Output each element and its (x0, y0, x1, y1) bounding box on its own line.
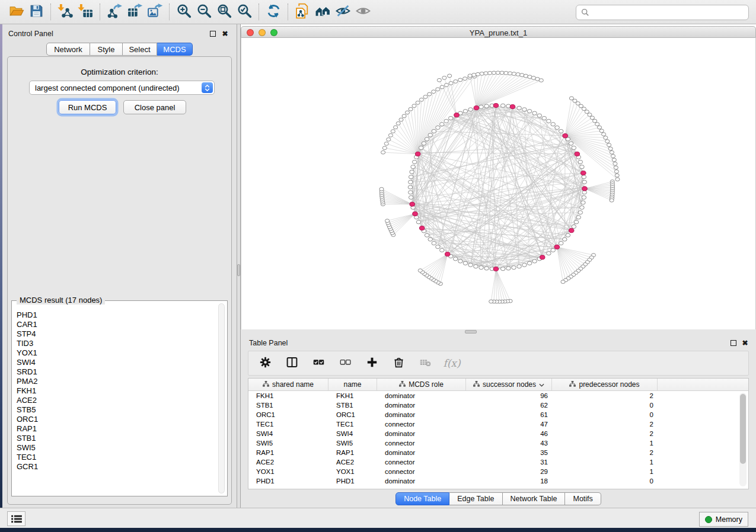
mcds-highlighted-node[interactable] (575, 152, 580, 156)
table-row[interactable]: SWI5SWI5connector431 (248, 438, 748, 448)
network-node[interactable] (522, 263, 527, 267)
network-leaf-node[interactable] (436, 88, 440, 91)
zoom-in-button[interactable] (174, 2, 194, 21)
network-leaf-node[interactable] (419, 98, 423, 101)
tab-network-table[interactable]: Network Table (503, 492, 566, 505)
delete-rows-button[interactable] (391, 356, 406, 370)
mcds-result-item[interactable]: PHD1 (17, 310, 215, 320)
network-node[interactable] (458, 259, 463, 263)
network-leaf-node[interactable] (396, 121, 400, 125)
network-node[interactable] (440, 248, 445, 252)
network-node[interactable] (517, 106, 522, 110)
close-panel-icon[interactable]: ✖ (741, 339, 749, 347)
network-leaf-node[interactable] (613, 162, 617, 166)
mcds-result-item[interactable]: GCR1 (17, 462, 215, 472)
network-node[interactable] (576, 216, 581, 219)
network-leaf-node[interactable] (614, 170, 618, 174)
table-scrollbar[interactable] (739, 393, 747, 486)
network-node[interactable] (432, 129, 436, 133)
network-node[interactable] (578, 160, 583, 164)
network-leaf-node[interactable] (480, 72, 484, 76)
network-node[interactable] (582, 191, 587, 194)
search-box[interactable] (576, 5, 749, 20)
network-node[interactable] (419, 146, 423, 149)
refresh-button[interactable] (263, 2, 283, 21)
network-leaf-node[interactable] (524, 74, 528, 78)
mcds-highlighted-node[interactable] (454, 113, 460, 117)
network-node[interactable] (444, 119, 449, 123)
table-row[interactable]: ACE2ACE2connector311 (248, 457, 748, 467)
save-session-button[interactable] (26, 2, 46, 21)
network-leaf-node[interactable] (602, 133, 606, 136)
select-all-button[interactable] (311, 356, 326, 370)
network-node[interactable] (479, 266, 484, 270)
network-node[interactable] (484, 104, 489, 108)
network-leaf-node[interactable] (418, 269, 422, 273)
network-node[interactable] (432, 241, 436, 245)
import-table-button[interactable] (75, 2, 95, 21)
network-leaf-node[interactable] (610, 150, 614, 154)
network-node[interactable] (440, 123, 445, 126)
network-node[interactable] (408, 185, 413, 189)
column-header-shared-name[interactable]: shared name (248, 379, 328, 390)
table-row[interactable]: YOX1YOX1connector291 (248, 467, 748, 476)
export-network-button[interactable] (104, 2, 125, 21)
clone-network-button[interactable] (292, 2, 312, 21)
network-node[interactable] (572, 146, 576, 149)
network-node[interactable] (453, 257, 458, 261)
network-node[interactable] (512, 266, 516, 270)
network-node[interactable] (542, 116, 547, 120)
network-leaf-node[interactable] (432, 90, 436, 94)
close-panel-icon[interactable]: ✖ (221, 30, 229, 37)
horizontal-splitter[interactable] (241, 329, 756, 335)
network-leaf-node[interactable] (388, 134, 393, 137)
network-node[interactable] (580, 206, 585, 209)
table-row[interactable]: TEC1TEC1connector472 (248, 419, 748, 429)
network-canvas[interactable] (241, 38, 756, 329)
zoom-fit-button[interactable] (214, 2, 234, 21)
network-leaf-node[interactable] (612, 158, 616, 162)
network-leaf-node[interactable] (449, 82, 453, 85)
mcds-highlighted-node[interactable] (563, 134, 568, 138)
network-leaf-node[interactable] (384, 142, 388, 146)
network-leaf-node[interactable] (520, 73, 524, 77)
zoom-out-button[interactable] (194, 2, 214, 21)
network-node[interactable] (555, 126, 560, 129)
table-row[interactable]: FKH1FKH1dominator962 (248, 391, 748, 400)
network-node[interactable] (409, 196, 413, 199)
network-leaf-node[interactable] (412, 104, 416, 108)
mcds-result-item[interactable]: TEC1 (17, 453, 215, 462)
memory-button[interactable]: Memory (699, 512, 748, 527)
network-leaf-node[interactable] (605, 140, 610, 143)
mcds-highlighted-node[interactable] (582, 187, 588, 191)
network-leaf-node[interactable] (444, 84, 448, 87)
network-node[interactable] (547, 252, 551, 255)
network-node[interactable] (563, 238, 567, 241)
network-leaf-node[interactable] (492, 71, 496, 75)
mcds-result-item[interactable]: RAP1 (17, 424, 215, 434)
network-leaf-node[interactable] (423, 95, 428, 99)
network-node[interactable] (409, 191, 413, 194)
mcds-highlighted-node[interactable] (581, 171, 586, 175)
network-node[interactable] (468, 263, 473, 267)
network-leaf-node[interactable] (476, 72, 480, 76)
mcds-result-item[interactable]: SWI5 (17, 443, 215, 453)
network-node[interactable] (537, 114, 542, 117)
close-panel-button[interactable]: Close panel (123, 100, 186, 114)
mcds-highlighted-node[interactable] (445, 252, 450, 256)
network-leaf-node[interactable] (608, 147, 613, 150)
network-leaf-node[interactable] (394, 126, 398, 129)
mcds-result-item[interactable]: ORC1 (17, 415, 215, 424)
mcds-highlighted-node[interactable] (419, 226, 425, 230)
network-node[interactable] (409, 180, 413, 184)
mcds-highlighted-node[interactable] (569, 229, 574, 233)
network-node[interactable] (532, 111, 537, 115)
network-leaf-node[interactable] (472, 73, 476, 77)
network-leaf-node[interactable] (416, 101, 420, 105)
column-header-predecessor-nodes[interactable]: predecessor nodes (552, 379, 658, 390)
network-node[interactable] (532, 259, 537, 263)
network-node[interactable] (436, 126, 441, 129)
mcds-result-item[interactable]: TID3 (17, 339, 215, 348)
mcds-result-item[interactable]: CAR1 (17, 320, 215, 329)
search-input[interactable] (593, 8, 744, 17)
